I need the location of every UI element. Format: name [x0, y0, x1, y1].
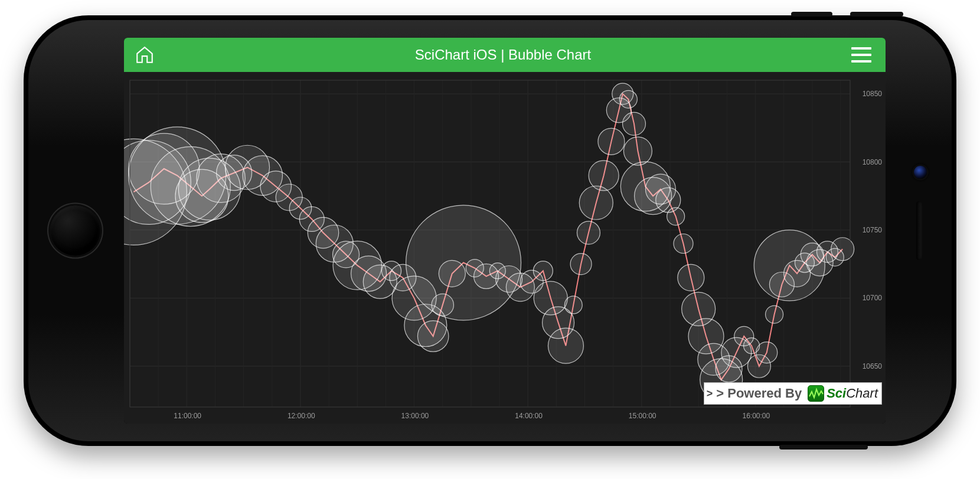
- brand-sci: Sci: [827, 386, 846, 401]
- brand-chart: Chart: [846, 386, 878, 401]
- device-home-button[interactable]: [50, 206, 100, 256]
- chevron-right-icon: >: [707, 388, 713, 400]
- x-tick-label: 16:00:00: [742, 412, 770, 420]
- y-tick-label: 10750: [863, 226, 882, 234]
- x-tick-label: 14:00:00: [515, 412, 543, 420]
- device-speaker: [916, 201, 922, 260]
- bubble-series: [124, 83, 854, 401]
- bubble-point[interactable]: [766, 306, 783, 323]
- hamburger-icon[interactable]: [851, 47, 871, 63]
- y-tick-label: 10650: [863, 362, 882, 370]
- device-button: [791, 12, 832, 17]
- chart-canvas[interactable]: [124, 72, 886, 424]
- device-camera: [914, 166, 927, 179]
- bubble-point[interactable]: [619, 90, 637, 108]
- bubble-point[interactable]: [548, 328, 583, 363]
- y-tick-label: 10800: [863, 158, 882, 166]
- bubble-point[interactable]: [589, 160, 619, 191]
- x-tick-label: 11:00:00: [174, 412, 201, 420]
- scichart-logo-icon: [808, 385, 824, 402]
- bubble-point[interactable]: [417, 321, 449, 352]
- bubble-point[interactable]: [577, 221, 600, 244]
- bubble-point[interactable]: [406, 205, 521, 320]
- device-button: [850, 12, 903, 17]
- bubble-point[interactable]: [756, 342, 778, 363]
- bubble-point[interactable]: [533, 261, 553, 281]
- bubble-point[interactable]: [678, 264, 704, 291]
- bubble-point[interactable]: [579, 186, 613, 219]
- bubble-point[interactable]: [674, 234, 693, 254]
- y-tick-label: 10850: [863, 90, 882, 98]
- device-frame: SciChart iOS | Bubble Chart > > Powered …: [24, 15, 956, 446]
- bubble-point[interactable]: [623, 137, 652, 165]
- powered-by-label: > Powered By: [716, 386, 802, 401]
- x-tick-label: 15:00:00: [629, 412, 656, 420]
- navbar: SciChart iOS | Bubble Chart: [124, 38, 886, 72]
- home-icon[interactable]: [135, 45, 155, 65]
- screen: SciChart iOS | Bubble Chart > > Powered …: [124, 38, 886, 424]
- bubble-point[interactable]: [623, 112, 646, 135]
- bubble-point[interactable]: [570, 254, 592, 275]
- bubble-point[interactable]: [598, 128, 625, 155]
- y-tick-label: 10700: [863, 294, 882, 302]
- device-button: [779, 445, 868, 450]
- bubble-point[interactable]: [564, 296, 582, 314]
- bubble-point[interactable]: [667, 208, 685, 225]
- bubble-chart[interactable]: > > Powered By SciChart 1065010700107501…: [124, 72, 886, 424]
- powered-by-badge[interactable]: > > Powered By SciChart: [704, 382, 882, 405]
- bubble-point[interactable]: [831, 238, 854, 261]
- x-tick-label: 13:00:00: [401, 412, 429, 420]
- page-title: SciChart iOS | Bubble Chart: [155, 47, 851, 63]
- x-tick-label: 12:00:00: [288, 412, 315, 420]
